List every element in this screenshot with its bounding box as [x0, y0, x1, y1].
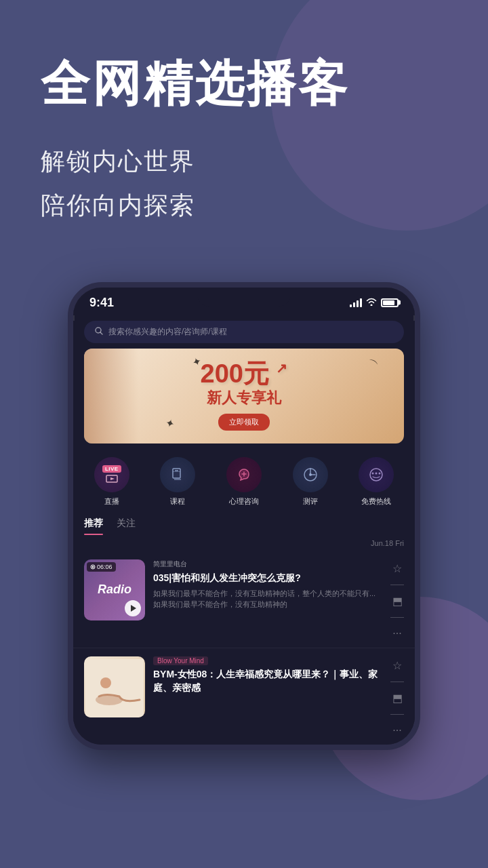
status-icons	[350, 297, 399, 308]
tabs: 推荐 关注	[73, 515, 415, 535]
phone-mockup: 9:41	[68, 282, 420, 750]
notch	[197, 288, 291, 307]
svg-rect-5	[175, 470, 178, 471]
search-placeholder: 搜索你感兴趣的内容/咨询师/课程	[108, 326, 227, 338]
svg-point-18	[100, 677, 111, 688]
svg-point-9	[370, 469, 382, 481]
tab-follow[interactable]: 关注	[117, 517, 136, 535]
duration-badge-1: 06:06	[87, 562, 116, 572]
share-icon[interactable]: ⬒	[392, 595, 403, 608]
course-label: 课程	[170, 496, 185, 507]
signal-bars-icon	[350, 298, 362, 307]
categories: LIVE 直播	[73, 449, 415, 515]
search-bar[interactable]: 搜索你感兴趣的内容/咨询师/课程	[84, 321, 404, 343]
consult-label: 心理咨询	[229, 496, 259, 507]
svg-point-10	[372, 472, 374, 474]
category-live[interactable]: LIVE 直播	[92, 457, 132, 507]
svg-line-1	[100, 332, 102, 334]
svg-rect-6	[173, 471, 180, 472]
podcast-channel-2: Blow Your Mind	[153, 656, 382, 665]
test-label: 测评	[303, 496, 318, 507]
hero-subtitle-line2: 陪你向内探索	[41, 184, 447, 228]
podcast-card-2[interactable]: 53:06 Blow Your Mind BYM-女性08	[73, 648, 415, 745]
more-icon-2[interactable]: ···	[392, 724, 401, 736]
hotline-label: 免费热线	[361, 496, 391, 507]
podcast-desc-1: 如果我们最早不能合作，没有互助精神的话，整个人类的不能只有...如果我们最早不能…	[153, 588, 382, 610]
channel-tag-2: Blow Your Mind	[153, 656, 208, 665]
more-icon[interactable]: ···	[392, 627, 401, 639]
share-icon-2[interactable]: ⬒	[392, 692, 403, 705]
svg-point-11	[375, 472, 378, 474]
wifi-icon	[366, 297, 377, 308]
course-icon	[160, 457, 195, 492]
banner[interactable]: ✦ ⌒ ✦ 200元 ↗ 新人专享礼 立即领取	[84, 349, 404, 443]
battery-icon	[381, 298, 399, 307]
podcast-title-2: BYM-女性08：人生幸福感究竟从哪里来？｜事业、家庭、亲密感	[153, 668, 382, 694]
bookmark-icon-2[interactable]: ☆	[392, 659, 402, 672]
podcast-card-1[interactable]: Radio 06:06 简里里电台 035|害怕和别人发生冲突怎么克服? 如果我…	[73, 551, 415, 648]
podcast-actions-1: ☆ ⬒ ···	[390, 559, 404, 639]
banner-decoration	[84, 349, 138, 443]
status-bar: 9:41	[73, 288, 415, 315]
podcast-thumb-2: 53:06	[84, 656, 145, 717]
svg-point-12	[379, 472, 381, 474]
consult-icon	[226, 457, 262, 492]
category-consult[interactable]: 心理咨询	[224, 457, 264, 507]
banner-content: 200元 ↗ 新人专享礼 立即领取	[201, 361, 288, 431]
podcast-channel-1: 简里里电台	[153, 559, 382, 569]
date-label: Jun.18 Fri	[73, 535, 415, 551]
svg-point-14	[92, 566, 94, 568]
live-label: 直播	[104, 496, 119, 507]
status-time: 9:41	[89, 296, 114, 310]
podcast-thumb-1: Radio 06:06	[84, 559, 145, 620]
category-test[interactable]: 测评	[290, 457, 331, 507]
category-course[interactable]: 课程	[157, 457, 198, 507]
banner-title: 200元 ↗	[201, 361, 288, 387]
phone-container: 9:41	[0, 282, 488, 750]
hero-subtitle-line1: 解锁内心世界	[41, 140, 447, 184]
svg-marker-3	[110, 477, 115, 480]
svg-point-19	[96, 694, 123, 705]
podcast-info-2: Blow Your Mind BYM-女性08：人生幸福感究竟从哪里来？｜事业、…	[153, 656, 382, 736]
hotline-icon	[359, 457, 394, 492]
svg-point-8	[309, 473, 312, 476]
category-hotline[interactable]: 免费热线	[356, 457, 396, 507]
podcast-info-1: 简里里电台 035|害怕和别人发生冲突怎么克服? 如果我们最早不能合作，没有互助…	[153, 559, 382, 639]
banner-button[interactable]: 立即领取	[218, 414, 270, 431]
play-button-1[interactable]	[125, 600, 141, 616]
test-icon	[293, 457, 328, 492]
hero-title: 全网精选播客	[41, 54, 447, 113]
hero-section: 全网精选播客 解锁内心世界 陪你向内探索	[0, 0, 488, 255]
podcast-actions-2: ☆ ⬒ ···	[390, 656, 404, 736]
hero-subtitle: 解锁内心世界 陪你向内探索	[41, 140, 447, 228]
app-content: 搜索你感兴趣的内容/咨询师/课程 ✦ ⌒ ✦ 200元 ↗ 新人专享礼 立即领取	[73, 321, 415, 745]
svg-rect-17	[85, 659, 144, 717]
live-icon: LIVE	[94, 457, 129, 492]
tab-recommend[interactable]: 推荐	[84, 517, 103, 535]
banner-subtitle: 新人专享礼	[201, 388, 288, 408]
podcast-title-1: 035|害怕和别人发生冲突怎么克服?	[153, 572, 382, 585]
search-icon	[95, 327, 103, 337]
bookmark-icon[interactable]: ☆	[392, 562, 402, 575]
